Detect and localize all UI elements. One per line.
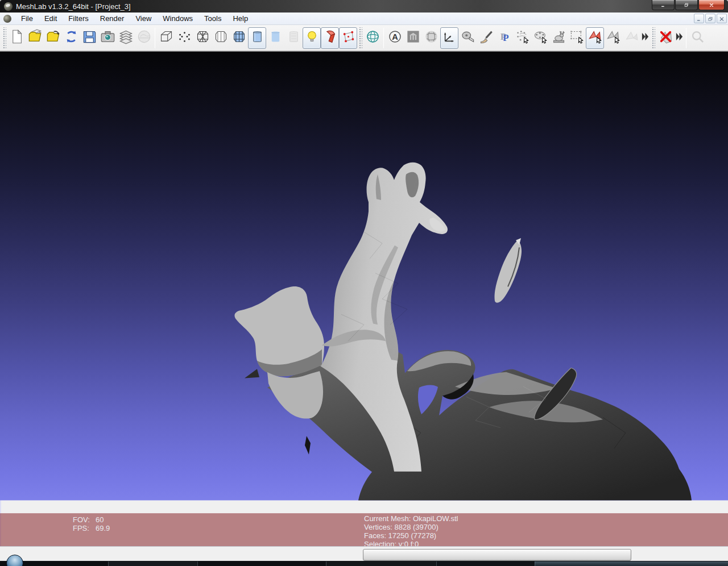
child-restore-button[interactable]	[705, 14, 715, 23]
reload-mesh-button[interactable]	[62, 27, 80, 49]
bunny-icon	[551, 29, 566, 47]
toolbar-drag-handle[interactable]	[651, 27, 655, 49]
bbox-icon	[159, 29, 174, 47]
child-minimize-button[interactable]	[694, 14, 704, 23]
toolbar-overflow-1-button[interactable]	[640, 27, 650, 49]
windows-taskbar[interactable]	[0, 561, 728, 566]
svg-text:P: P	[503, 32, 508, 43]
toolbar-separator	[686, 28, 686, 48]
flat-lines-icon	[231, 29, 247, 47]
child-close-button[interactable]	[717, 14, 727, 23]
double-side-lighting-button[interactable]	[321, 27, 339, 49]
delete-x-icon	[658, 29, 673, 47]
point-picking-button[interactable]	[513, 27, 531, 49]
trackball-button[interactable]	[363, 27, 382, 49]
render-points-button[interactable]	[175, 27, 193, 49]
pick-points-on-mesh-button[interactable]	[531, 27, 549, 49]
taskbar-window-button[interactable]	[108, 561, 197, 566]
fov-value: 60	[96, 515, 104, 524]
save-project-button[interactable]	[80, 27, 98, 49]
layers-icon	[118, 29, 134, 47]
window-close-button[interactable]	[698, 0, 725, 10]
annotations-button[interactable]: A	[386, 27, 404, 49]
paint-tool-button[interactable]	[477, 27, 495, 49]
menu-render[interactable]: Render	[94, 13, 130, 24]
window-controls	[651, 0, 725, 10]
toolbar-overflow-2-button[interactable]	[675, 27, 684, 49]
pp-icon: PP	[497, 29, 512, 47]
import-mesh-button[interactable]	[44, 27, 62, 49]
taskbar-window-button[interactable]	[436, 561, 535, 566]
menu-help[interactable]: Help	[227, 13, 254, 24]
measure-tool-button[interactable]	[458, 27, 477, 49]
menu-items: FileEditFiltersRenderViewWindowsToolsHel…	[15, 13, 254, 24]
rect-select-icon	[569, 29, 585, 47]
mesh-render	[0, 52, 728, 546]
render-smooth-button[interactable]	[266, 27, 284, 49]
render-bbox-button[interactable]	[157, 27, 175, 49]
mesh-pick-icon	[533, 29, 548, 47]
project-window-icon	[3, 15, 11, 23]
child-window-controls	[693, 14, 727, 23]
snapshot-button[interactable]	[98, 27, 117, 49]
render-flat-lines-button[interactable]	[230, 27, 248, 49]
new-project-button[interactable]	[7, 27, 26, 49]
minimize-icon	[696, 14, 702, 24]
viewport-3d[interactable]: FOV:60 FPS:69.9 Current Mesh: OkapiLOW.s…	[0, 51, 728, 546]
open-project-button[interactable]	[26, 27, 44, 49]
fov-label: FOV:	[73, 515, 96, 524]
reload-icon	[64, 29, 79, 47]
menu-edit[interactable]: Edit	[39, 13, 63, 24]
red-wedge-icon	[322, 29, 338, 47]
wireframe-icon	[195, 29, 210, 47]
chevrons-icon	[672, 29, 687, 47]
render-flat-button[interactable]	[248, 27, 266, 49]
selection-text: Selection: v:0 f:0	[364, 540, 458, 546]
toolbar: APP	[0, 25, 728, 51]
save-icon	[82, 29, 97, 47]
faces-text: Faces: 17250 (77278)	[364, 531, 458, 540]
toggle-light-button[interactable]	[303, 27, 321, 49]
gray-faces-icon	[606, 29, 621, 47]
sample-tool-button[interactable]	[549, 27, 568, 49]
menu-file[interactable]: File	[15, 13, 39, 24]
menu-view[interactable]: View	[130, 13, 157, 24]
status-bar	[0, 546, 728, 561]
render-hidden-lines-button[interactable]	[212, 27, 230, 49]
toolbar-drag-handle[interactable]	[358, 27, 362, 49]
fps-label: FPS:	[73, 524, 96, 532]
toolbar-drag-handle[interactable]	[2, 27, 6, 49]
window-title: MeshLab v1.3.2_64bit - [Project_3]	[16, 2, 131, 11]
show-axis-button[interactable]	[440, 27, 458, 49]
menu-tools[interactable]: Tools	[198, 13, 227, 24]
svg-text:A: A	[392, 32, 398, 41]
webpage-icon	[136, 29, 152, 47]
hidden-lines-icon	[213, 29, 229, 47]
restore-icon	[683, 0, 690, 10]
select-connected-button[interactable]	[604, 27, 622, 49]
window-minimize-button[interactable]	[652, 0, 675, 10]
point-pick-icon	[515, 29, 530, 47]
open-project-icon	[27, 29, 43, 47]
meshlab-window: MeshLab v1.3.2_64bit - [Project_3] FileE…	[0, 0, 728, 566]
close-icon	[719, 14, 725, 24]
taskbar-window-button[interactable]	[326, 561, 436, 566]
menu-windows[interactable]: Windows	[157, 13, 198, 24]
title-bar[interactable]: MeshLab v1.3.2_64bit - [Project_3]	[0, 0, 728, 13]
show-vertex-dots-button[interactable]	[339, 27, 357, 49]
taskbar-window-button[interactable]	[197, 561, 326, 566]
render-texture-button	[284, 27, 303, 49]
show-layer-dialog-button[interactable]	[117, 27, 135, 49]
quality-mapper-button[interactable]: PP	[495, 27, 513, 49]
render-wireframe-button[interactable]	[193, 27, 212, 49]
light-icon	[304, 29, 320, 47]
restore-icon	[708, 14, 713, 24]
taskbar-tray[interactable]	[535, 561, 728, 566]
texture-tool-button[interactable]	[422, 27, 440, 49]
rect-select-button[interactable]	[568, 27, 586, 49]
menu-filters[interactable]: Filters	[63, 13, 94, 24]
window-restore-button[interactable]	[675, 0, 698, 10]
search-icon	[690, 29, 705, 47]
select-faces-button[interactable]	[586, 27, 604, 49]
align-tool-button[interactable]	[404, 27, 422, 49]
